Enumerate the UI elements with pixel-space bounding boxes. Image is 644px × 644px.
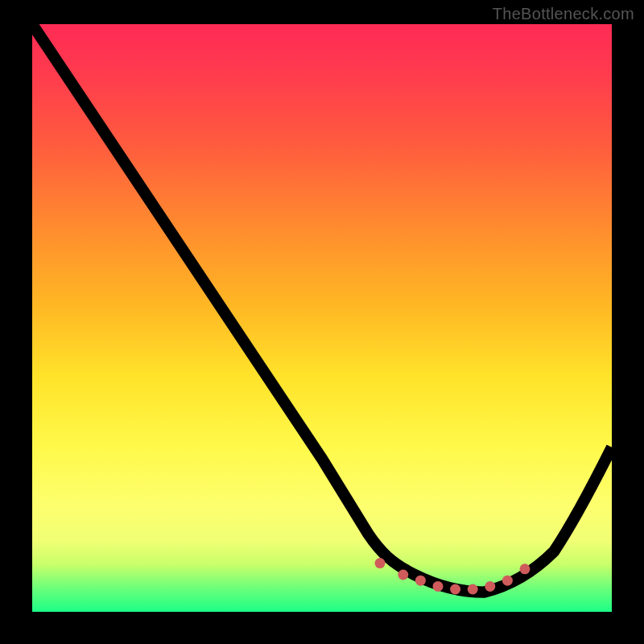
sweet-spot-dot: [398, 570, 408, 580]
sweet-spot-dot: [415, 576, 426, 586]
bottleneck-curve: [32, 24, 612, 592]
sweet-spot-dot: [375, 558, 386, 568]
bottleneck-chart: [32, 24, 612, 612]
sweet-spot-dot: [433, 581, 444, 592]
watermark-text: TheBottleneck.com: [493, 5, 634, 23]
sweet-spot-dot: [450, 584, 460, 595]
chart-svg: [32, 24, 612, 604]
sweet-spot-dot: [468, 584, 478, 595]
chart-frame: TheBottleneck.com: [0, 0, 644, 644]
sweet-spot-dot: [520, 564, 530, 574]
sweet-spot-dot: [485, 581, 495, 592]
sweet-spot-dot: [502, 576, 513, 586]
